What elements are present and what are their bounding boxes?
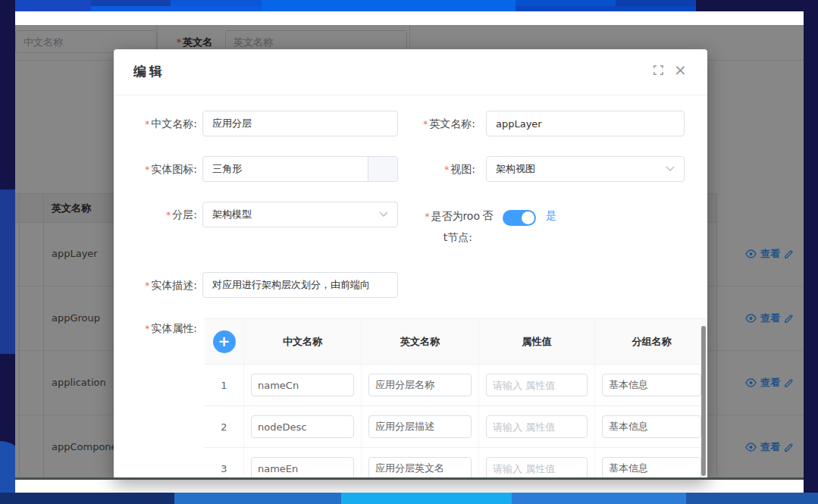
attr-cn-input[interactable]	[251, 457, 354, 480]
attr-value-input[interactable]	[486, 415, 588, 438]
attribute-table: + 中文名称 英文名称 属性值 分组名称 1	[205, 318, 707, 480]
attr-cn-input[interactable]	[251, 374, 354, 396]
layer-select[interactable]: 架构模型	[202, 202, 398, 227]
switch-on-label: 是	[546, 209, 556, 223]
bottom-decor-bar	[341, 493, 512, 504]
left-decor-band	[0, 189, 15, 354]
bottom-decor-bar	[686, 493, 818, 504]
required-asterisk: *	[145, 280, 149, 291]
top-decor-bar	[91, 6, 262, 11]
bottom-decor-bar	[174, 493, 341, 504]
row-index: 1	[205, 365, 244, 406]
attribute-row: 3	[205, 448, 707, 480]
attr-value-input[interactable]	[486, 457, 588, 480]
screen: *英文名 英文名称 appLayer appGroup application …	[0, 0, 818, 504]
header-cell-cn: 中文名称	[244, 319, 362, 365]
attr-en-input[interactable]	[368, 374, 472, 396]
name-en-input[interactable]	[486, 111, 685, 136]
attr-group-input[interactable]	[602, 457, 701, 480]
chevron-down-icon	[666, 166, 675, 172]
header-cell-en: 英文名称	[362, 319, 479, 365]
edit-modal: 编辑 × *中文名称: *英文名称: *实体图标:	[114, 49, 707, 480]
entity-desc-input[interactable]	[202, 272, 398, 298]
app-window: *英文名 英文名称 appLayer appGroup application …	[15, 11, 804, 493]
view-select-value: 架构视图	[496, 162, 535, 176]
layer-select-value: 架构模型	[212, 208, 252, 221]
attribute-row: 1	[205, 365, 707, 406]
field-label-entity-icon: *实体图标:	[114, 163, 197, 177]
close-icon[interactable]: ×	[674, 64, 689, 80]
chevron-down-icon	[379, 211, 388, 218]
top-decor-bar	[262, 0, 516, 11]
field-label-entity-attrs: *实体属性:	[114, 322, 197, 336]
row-index: 2	[205, 406, 244, 448]
required-asterisk: *	[166, 210, 171, 221]
window-bottom-edge	[15, 477, 804, 480]
switch-off-label: 否	[482, 209, 493, 223]
required-asterisk: *	[425, 211, 429, 222]
field-label-name-en: *英文名称:	[387, 117, 475, 131]
required-asterisk: *	[444, 164, 449, 175]
field-label-is-root-line2: t节点:	[398, 231, 472, 245]
attr-group-input[interactable]	[602, 415, 701, 438]
add-attribute-cell: +	[205, 319, 244, 365]
attr-group-input[interactable]	[602, 374, 701, 396]
modal-header-divider	[114, 95, 707, 95]
required-asterisk: *	[145, 119, 149, 130]
fullscreen-icon[interactable]	[653, 64, 668, 80]
entity-icon-field	[202, 156, 398, 182]
field-label-entity-desc: *实体描述:	[114, 279, 197, 293]
field-label-view: *视图:	[387, 163, 475, 177]
row-index: 3	[205, 448, 244, 480]
modal-scrollbar[interactable]	[701, 326, 706, 476]
attribute-table-header-row: + 中文名称 英文名称 属性值 分组名称	[205, 318, 707, 365]
attr-en-input[interactable]	[368, 415, 472, 438]
bottom-decor-bar	[0, 493, 174, 504]
is-root-toggle[interactable]	[503, 210, 536, 226]
name-cn-input[interactable]	[202, 111, 398, 136]
view-select[interactable]: 架构视图	[486, 156, 685, 182]
top-decor-bar	[516, 6, 696, 11]
bottom-decor-bar	[512, 493, 686, 504]
field-label-name-cn: *中文名称:	[114, 117, 197, 131]
required-asterisk: *	[423, 119, 428, 130]
attr-en-input[interactable]	[368, 457, 472, 480]
toggle-knob	[522, 211, 534, 224]
header-cell-group: 分组名称	[595, 319, 707, 365]
attr-value-input[interactable]	[486, 374, 588, 396]
required-asterisk: *	[145, 164, 149, 175]
add-attribute-button[interactable]: +	[213, 330, 236, 353]
required-asterisk: *	[145, 324, 149, 334]
field-label-layer: *分层:	[114, 208, 197, 222]
attribute-row: 2	[205, 406, 707, 448]
header-cell-attr: 属性值	[479, 319, 595, 365]
modal-title: 编辑	[133, 63, 165, 80]
field-label-is-root-line1: *是否为roo	[398, 210, 480, 224]
attr-cn-input[interactable]	[251, 415, 354, 438]
top-decor-bar	[15, 0, 91, 11]
